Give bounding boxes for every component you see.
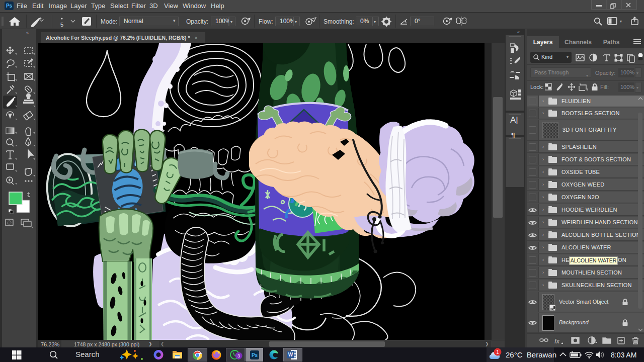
svg-text:Ps: Ps <box>252 352 258 358</box>
svg-text:A|: A| <box>510 115 518 125</box>
svg-text:fx: fx <box>554 337 560 345</box>
svg-text:«: « <box>26 30 29 35</box>
svg-text:«: « <box>517 30 520 35</box>
svg-text:1: 1 <box>496 349 499 355</box>
svg-text:5: 5 <box>60 22 63 28</box>
svg-text:W: W <box>288 352 293 357</box>
svg-text:3: 3 <box>237 353 240 358</box>
